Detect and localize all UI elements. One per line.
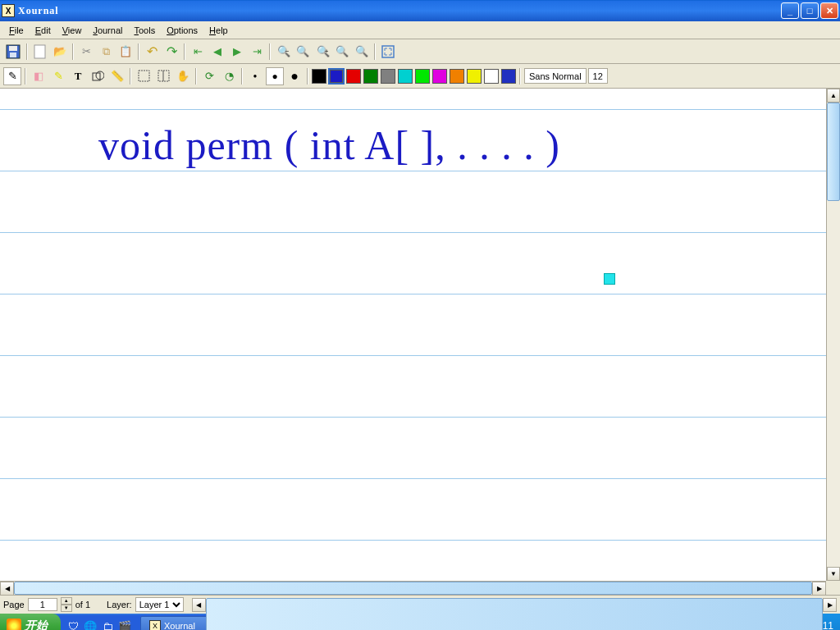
horizontal-scrollbar[interactable]: ◀ ▶ xyxy=(192,598,837,612)
hscroll-right-button[interactable]: ▶ xyxy=(823,598,837,612)
vertical-scrollbar[interactable]: ▲ ▼ xyxy=(826,89,840,581)
zoom-fit-button[interactable]: 🔍 xyxy=(333,43,351,61)
menu-edit[interactable]: Edit xyxy=(30,24,57,37)
select-rect-tool[interactable] xyxy=(135,67,153,85)
ql-icon-2[interactable]: 🌐 xyxy=(83,619,98,630)
hand-tool[interactable]: ✋ xyxy=(174,67,192,85)
undo-button[interactable]: ↶ xyxy=(143,43,161,61)
rule-line xyxy=(0,417,826,418)
rule-line xyxy=(0,109,826,110)
scroll-right-button[interactable]: ▶ xyxy=(812,582,826,596)
menu-options[interactable]: Options xyxy=(161,24,203,37)
page-label: Page xyxy=(3,600,25,609)
scroll-up-button[interactable]: ▲ xyxy=(827,89,840,103)
svg-rect-2 xyxy=(10,52,16,57)
highlighter-tool[interactable]: ✎ xyxy=(49,67,67,85)
taskbar-app-label: Xournal xyxy=(164,621,195,630)
page-bar: Page ▲▼ of 1 Layer: Layer 1 ◀ ▶ xyxy=(0,595,840,614)
next-page-button[interactable]: ▶ xyxy=(228,43,246,61)
rule-line xyxy=(0,232,826,233)
color-gray[interactable] xyxy=(381,69,395,84)
close-button[interactable]: ✕ xyxy=(820,2,838,19)
color-white[interactable] xyxy=(484,69,499,84)
thickness-thin[interactable]: ● xyxy=(246,67,264,85)
font-name-box[interactable]: Sans Normal xyxy=(524,68,587,84)
last-page-button[interactable]: ⇥ xyxy=(248,43,266,61)
recognize-tool[interactable]: ⟳ xyxy=(200,67,218,85)
paste-button[interactable]: 📋 xyxy=(116,43,135,61)
shape-recognize-tool[interactable]: ◔ xyxy=(220,67,238,85)
svg-rect-3 xyxy=(34,45,45,58)
canvas[interactable]: void perm ( int A[ ], . . . . ) xyxy=(0,89,826,581)
minimize-button[interactable]: _ xyxy=(781,2,799,19)
color-black[interactable] xyxy=(312,69,326,84)
color-cyan[interactable] xyxy=(398,69,413,84)
window-title: Xournal xyxy=(18,5,779,17)
page-of-label: of 1 xyxy=(75,600,90,609)
color-darkblue[interactable] xyxy=(501,69,516,84)
svg-rect-7 xyxy=(139,71,149,81)
shape-tool[interactable] xyxy=(89,67,107,85)
thickness-thick[interactable]: ● xyxy=(285,67,304,85)
rule-line xyxy=(0,355,826,356)
pen-tool[interactable]: ✎ xyxy=(3,67,21,85)
maximize-button[interactable]: □ xyxy=(801,2,819,19)
page-spinner[interactable]: ▲▼ xyxy=(61,597,72,612)
scroll-down-button[interactable]: ▼ xyxy=(827,567,840,581)
menu-help[interactable]: Help xyxy=(203,24,234,37)
menu-file[interactable]: File xyxy=(3,24,30,37)
horizontal-scrollbar-upper[interactable]: ◀ ▶ xyxy=(0,581,826,595)
color-green[interactable] xyxy=(363,69,378,84)
cut-button[interactable]: ✂ xyxy=(77,43,95,61)
rule-line xyxy=(0,294,826,294)
zoom-out-button[interactable]: 🔍− xyxy=(274,43,292,61)
new-button[interactable] xyxy=(31,43,49,61)
save-button[interactable] xyxy=(3,43,23,61)
quick-launch: 🛡 🌐 🗀 🎬 xyxy=(61,619,137,630)
hscroll-left-button[interactable]: ◀ xyxy=(192,598,206,612)
start-button[interactable]: 开始 xyxy=(0,614,61,630)
page-number-input[interactable] xyxy=(28,598,57,611)
color-magenta[interactable] xyxy=(432,69,447,84)
windows-logo-icon xyxy=(7,619,21,630)
color-red[interactable] xyxy=(346,69,361,84)
menu-tools[interactable]: Tools xyxy=(128,24,161,37)
zoom-in-button[interactable]: 🔍+ xyxy=(313,43,331,61)
text-tool[interactable]: T xyxy=(69,67,87,85)
taskbar-app-icon: X xyxy=(149,620,161,630)
color-blue[interactable] xyxy=(329,69,344,84)
zoom-100-button[interactable]: 🔍 xyxy=(294,43,312,61)
menu-journal[interactable]: Journal xyxy=(87,24,128,37)
hscroll-thumb-2[interactable] xyxy=(206,598,823,631)
ruler-tool[interactable]: 📏 xyxy=(108,67,126,85)
eraser-tool[interactable]: ◧ xyxy=(30,67,48,85)
redo-button[interactable]: ↷ xyxy=(162,43,180,61)
copy-button[interactable]: ⧉ xyxy=(97,43,115,61)
fullscreen-button[interactable] xyxy=(379,43,397,61)
app-icon: X xyxy=(2,4,15,17)
open-button[interactable]: 📂 xyxy=(51,43,69,61)
zoom-button[interactable]: 🔍 xyxy=(353,43,371,61)
prev-page-button[interactable]: ◀ xyxy=(208,43,226,61)
thickness-medium[interactable]: ● xyxy=(266,67,284,85)
rule-line xyxy=(0,478,826,479)
ql-icon-4[interactable]: 🎬 xyxy=(117,619,132,630)
scroll-thumb[interactable] xyxy=(827,103,840,201)
color-lime[interactable] xyxy=(415,69,430,84)
first-page-button[interactable]: ⇤ xyxy=(189,43,207,61)
layer-label: Layer: xyxy=(107,600,132,609)
select-region-tool[interactable] xyxy=(154,67,172,85)
ql-icon-3[interactable]: 🗀 xyxy=(100,619,115,630)
hscroll-thumb[interactable] xyxy=(14,582,812,595)
menu-view[interactable]: View xyxy=(57,24,88,37)
ql-icon-1[interactable]: 🛡 xyxy=(66,619,80,630)
toolbar-tools: ✎ ◧ ✎ T 📏 ✋ ⟳ ◔ ● ● ● Sans Normal 12 xyxy=(0,64,840,89)
svg-rect-1 xyxy=(9,46,17,51)
color-yellow[interactable] xyxy=(467,69,482,84)
cursor-indicator xyxy=(604,273,615,285)
layer-select[interactable]: Layer 1 xyxy=(135,597,184,612)
color-orange[interactable] xyxy=(450,69,464,84)
font-size-box[interactable]: 12 xyxy=(588,68,608,84)
scroll-left-button[interactable]: ◀ xyxy=(0,582,14,596)
work-area: void perm ( int A[ ], . . . . ) ▲ ▼ xyxy=(0,89,840,581)
